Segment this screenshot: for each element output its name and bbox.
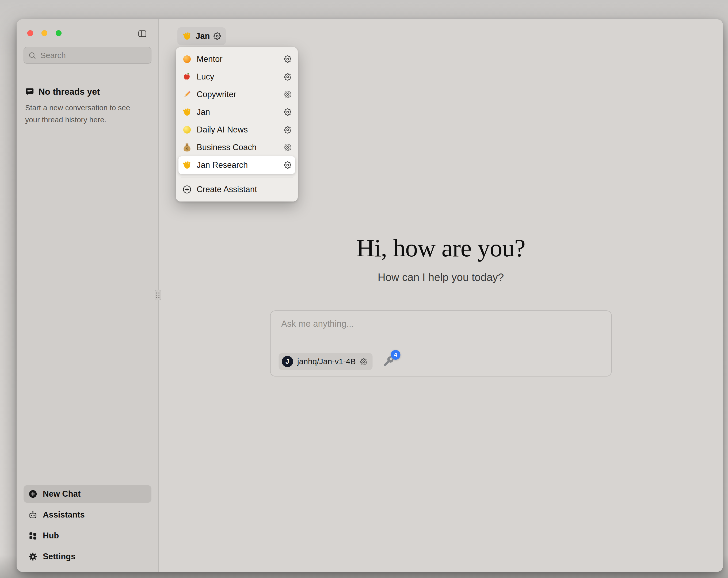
assistant-menu-item-jan[interactable]: Jan (179, 103, 295, 121)
sidebar-item-label: Settings (43, 552, 75, 561)
money-bag-icon: $ (182, 143, 192, 152)
plus-circle-outline-icon (182, 185, 192, 194)
gear-icon[interactable] (284, 55, 291, 63)
assistant-menu-item-label: Daily AI News (197, 125, 279, 134)
assistant-menu-item-label: Jan (197, 107, 279, 117)
sidebar-bottom-nav: New Chat Assistants (24, 485, 151, 566)
greeting-title: Hi, how are you? (159, 233, 723, 262)
assistant-menu-item-daily-ai-news[interactable]: Daily AI News (179, 121, 295, 139)
gear-icon[interactable] (360, 358, 367, 365)
sidebar-item-hub[interactable]: Hub (24, 527, 151, 545)
search-input[interactable] (40, 51, 147, 60)
plus-circle-icon (28, 489, 37, 499)
hub-grid-icon (28, 531, 37, 540)
gear-icon[interactable] (284, 108, 291, 116)
sidebar-item-new-chat[interactable]: New Chat (24, 485, 151, 503)
create-assistant-label: Create Assistant (197, 185, 291, 194)
assistant-selector[interactable]: Jan (177, 27, 226, 45)
yellow-circle-icon (182, 125, 192, 134)
empty-state-title: No threads yet (38, 87, 100, 97)
menu-divider (181, 177, 293, 177)
waving-hand-icon (182, 107, 192, 117)
sidebar-item-label: Assistants (43, 510, 85, 520)
minimize-window-button[interactable] (42, 30, 47, 36)
close-window-button[interactable] (27, 30, 33, 36)
assistant-menu: Mentor Lucy (176, 47, 298, 201)
gear-icon[interactable] (213, 32, 221, 40)
search-field[interactable] (24, 47, 151, 64)
sidebar-item-label: Hub (43, 531, 59, 541)
gear-icon[interactable] (284, 144, 291, 151)
sidebar: No threads yet Start a new conversation … (17, 19, 159, 572)
assistant-menu-item-label: Lucy (197, 72, 279, 82)
waving-hand-icon (182, 31, 192, 41)
search-icon (28, 51, 36, 59)
greeting-subtitle: How can I help you today? (159, 271, 723, 283)
tools-count-badge: 4 (391, 350, 400, 360)
red-apple-icon (182, 72, 192, 82)
settings-gear-icon (28, 552, 37, 561)
assistant-menu-item-label: Jan Research (197, 160, 279, 170)
assistant-menu-item-label: Business Coach (197, 143, 279, 152)
gear-icon[interactable] (284, 91, 291, 98)
chat-composer: J janhq/Jan-v1-4B 4 (270, 310, 612, 377)
svg-text:$: $ (186, 147, 188, 151)
sidebar-item-assistants[interactable]: Assistants (24, 506, 151, 524)
zoom-window-button[interactable] (56, 30, 61, 36)
sidebar-item-settings[interactable]: Settings (24, 548, 151, 566)
model-avatar: J (282, 356, 293, 367)
app-window: No threads yet Start a new conversation … (17, 19, 723, 572)
assistant-menu-item-mentor[interactable]: Mentor (179, 50, 295, 68)
assistant-menu-item-copywriter[interactable]: Copywriter (179, 85, 295, 103)
gear-icon[interactable] (284, 73, 291, 80)
tools-button[interactable]: 4 (382, 355, 394, 368)
sidebar-item-label: New Chat (43, 489, 80, 499)
assistants-robot-icon (28, 510, 37, 520)
empty-threads-state: No threads yet Start a new conversation … (25, 87, 146, 126)
main-area: Jan Mentor (159, 19, 723, 572)
create-assistant-button[interactable]: Create Assistant (179, 181, 295, 198)
assistant-menu-item-business-coach[interactable]: $ Business Coach (179, 139, 295, 156)
chat-input[interactable] (281, 319, 601, 329)
gear-icon[interactable] (284, 161, 291, 169)
empty-state-description: Start a new conversation to see your thr… (25, 102, 142, 126)
assistant-menu-item-lucy[interactable]: Lucy (179, 68, 295, 85)
sidebar-toggle-icon[interactable] (137, 29, 147, 39)
pencil-icon (182, 90, 192, 99)
composer-toolbar: J janhq/Jan-v1-4B 4 (279, 353, 394, 370)
chat-bubble-icon (25, 87, 34, 96)
waving-hand-icon (182, 160, 192, 170)
assistant-menu-item-jan-research[interactable]: Jan Research (179, 156, 295, 174)
assistant-menu-item-label: Copywriter (197, 90, 279, 99)
assistant-selector-label: Jan (196, 31, 210, 41)
assistant-menu-item-label: Mentor (197, 54, 279, 64)
sidebar-resize-handle[interactable] (155, 290, 161, 300)
orange-circle-icon (182, 54, 192, 64)
window-controls (27, 30, 61, 36)
gear-icon[interactable] (284, 126, 291, 133)
model-selector[interactable]: J janhq/Jan-v1-4B (279, 353, 372, 370)
model-name: janhq/Jan-v1-4B (297, 357, 356, 366)
